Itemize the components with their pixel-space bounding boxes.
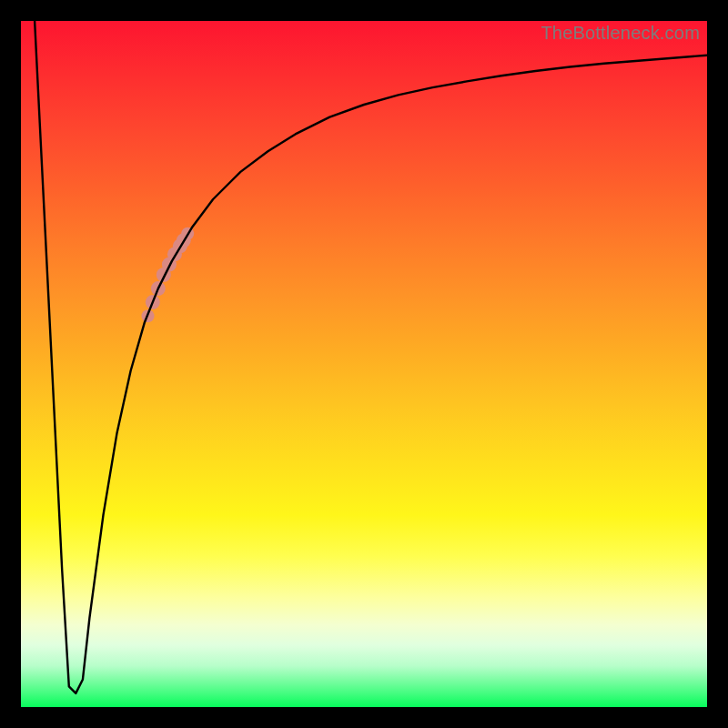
- chart-svg: [21, 21, 707, 707]
- bottleneck-curve: [35, 21, 707, 693]
- plot-area: TheBottleneck.com: [21, 21, 707, 707]
- chart-frame: TheBottleneck.com: [0, 0, 728, 728]
